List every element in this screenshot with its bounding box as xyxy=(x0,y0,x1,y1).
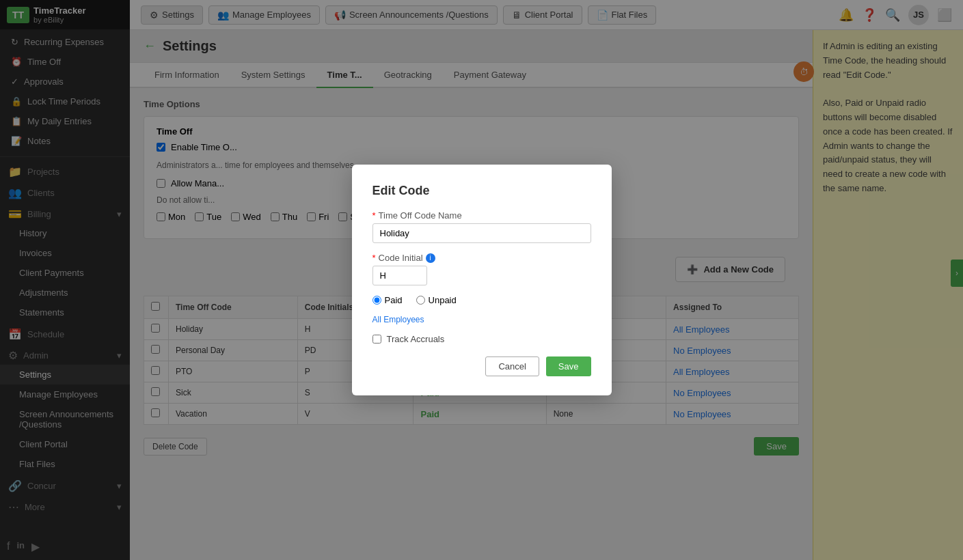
modal-name-label: * Time Off Code Name xyxy=(372,210,591,221)
unpaid-label-text: Unpaid xyxy=(429,295,457,305)
modal-track-accruals-row: Track Accruals xyxy=(372,334,591,344)
modal-initials-input[interactable] xyxy=(372,266,427,285)
paid-radio-label[interactable]: Paid xyxy=(372,295,403,305)
modal-initials-field: * Code Initial i xyxy=(372,253,591,285)
paid-label-text: Paid xyxy=(385,295,403,305)
track-accruals-label: Track Accruals xyxy=(387,334,445,344)
employees-link[interactable]: All Employees xyxy=(372,315,591,324)
label-text: Time Off Code Name xyxy=(379,210,462,221)
track-accruals-checkbox[interactable] xyxy=(372,335,381,344)
info-icon: i xyxy=(426,253,435,263)
modal-paid-unpaid-group: Paid Unpaid xyxy=(372,295,591,305)
modal-name-field: * Time Off Code Name xyxy=(372,210,591,243)
modal-name-input[interactable] xyxy=(372,223,591,243)
modal-button-row: Cancel Save xyxy=(372,356,591,376)
modal-initials-label: * Code Initial i xyxy=(372,253,591,263)
label-text: Code Initial xyxy=(379,253,423,263)
edit-code-modal: Edit Code * Time Off Code Name * Code In… xyxy=(352,165,612,395)
unpaid-radio[interactable] xyxy=(416,296,425,305)
required-star-2: * xyxy=(372,253,376,263)
modal-title: Edit Code xyxy=(372,184,591,198)
unpaid-radio-label[interactable]: Unpaid xyxy=(416,295,457,305)
required-star: * xyxy=(372,210,376,221)
paid-radio[interactable] xyxy=(372,296,381,305)
modal-save-button[interactable]: Save xyxy=(546,356,591,376)
modal-overlay: Edit Code * Time Off Code Name * Code In… xyxy=(0,0,963,560)
modal-cancel-button[interactable]: Cancel xyxy=(485,356,539,376)
